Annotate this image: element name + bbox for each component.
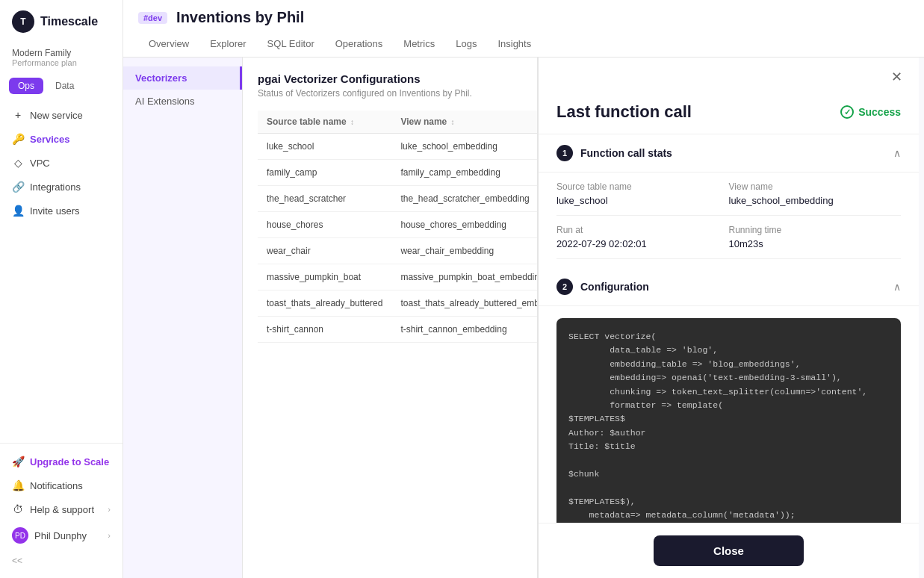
sidebar-new-service-label: New service [30,110,83,121]
section-1-header[interactable]: 1 Function call stats ∧ [539,134,919,173]
vpc-icon: ◇ [12,157,24,169]
sidebar-collapse[interactable]: << [0,550,123,572]
vectorizers-table: Source table name ↕ View name ↕ luk [258,111,537,343]
view-value: luke_school_embedding [729,195,902,206]
section-2-header[interactable]: 2 Configuration ∧ [539,268,919,306]
table-row[interactable]: toast_thats_already_buttered toast_thats… [258,290,537,317]
code-block: SELECT vectorize( data_table => 'blog', … [556,318,901,523]
modal-footer: Close [539,523,919,578]
sidebar-tabs: Ops Data [0,75,123,100]
left-inner: Vectorizers AI Extensions pgai Vectorize… [123,58,537,578]
nav-operations[interactable]: Operations [325,32,394,57]
close-x-button[interactable]: ✕ [886,66,907,87]
section-2-chevron-icon: ∧ [893,281,901,293]
modal-panel: ✕ Last function call ✓ Success 1 Functio… [538,58,919,578]
modal-body: 1 Function call stats ∧ Source table nam… [539,134,919,523]
upgrade-label: Upgrade to Scale [30,456,109,467]
table-cell-source: t-shirt_cannon [258,317,391,343]
sidebar-bottom: 🚀 Upgrade to Scale 🔔 Notifications ⏱ Hel… [0,443,123,578]
nav-logs[interactable]: Logs [445,32,487,57]
section-2-header-left: 2 Configuration [556,279,649,295]
col-source: Source table name ↕ [258,111,391,134]
nav-explorer[interactable]: Explorer [199,32,256,57]
integrations-icon: 🔗 [12,181,24,193]
table-cell-view: family_camp_embedding [391,160,537,186]
table-cell-source: toast_thats_already_buttered [258,290,391,317]
info-cell-running-time: Running time 10m23s [729,216,902,259]
panel-nav-vectorizers[interactable]: Vectorizers [123,66,242,90]
table-row[interactable]: house_chores house_chores_embedding [258,212,537,238]
notifications-label: Notifications [30,480,83,491]
success-check-icon: ✓ [840,105,854,119]
section-1-chevron-icon: ∧ [893,147,901,159]
running-time-label: Running time [729,225,902,235]
rocket-icon: 🚀 [12,456,24,467]
sidebar-item-services[interactable]: 🔑 Services [0,127,123,151]
panel-main: pgai Vectorizer Configurations Status of… [243,58,537,578]
user-avatar-icon: PD [12,527,28,544]
tab-ops[interactable]: Ops [9,78,43,94]
bell-icon: 🔔 [12,479,24,491]
table-row[interactable]: t-shirt_cannon t-shirt_cannon_embedding [258,317,537,343]
table-cell-source: massive_pumpkin_boat [258,264,391,290]
section-2-title: Configuration [580,281,649,293]
sidebar-item-notifications[interactable]: 🔔 Notifications [0,473,123,497]
key-icon: 🔑 [12,133,24,145]
title-bar: #dev Inventions by Phil [138,0,909,32]
sidebar-item-help[interactable]: ⏱ Help & support › [0,497,123,521]
modal-title: Last function call [556,102,692,122]
help-label: Help & support [30,504,94,515]
table-row[interactable]: massive_pumpkin_boat massive_pumpkin_boa… [258,264,537,290]
left-panel: Vectorizers AI Extensions pgai Vectorize… [123,58,538,578]
project-name: Modern Family [12,48,111,58]
table-row[interactable]: wear_chair wear_chair_embedding [258,238,537,264]
source-label: Source table name [556,181,711,192]
panel-nav-ai-extensions[interactable]: AI Extensions [123,90,242,113]
col-view: View name ↕ [391,111,537,134]
table-cell-view: the_head_scratcher_embedding [391,186,537,212]
sidebar-item-invite-users[interactable]: 👤 Invite users [0,199,123,223]
nav-insights[interactable]: Insights [487,32,542,57]
code-section: SELECT vectorize( data_table => 'blog', … [539,306,919,523]
sidebar-item-integrations[interactable]: 🔗 Integrations [0,175,123,199]
table-cell-view: t-shirt_cannon_embedding [391,317,537,343]
nav-sql-editor[interactable]: SQL Editor [257,32,325,57]
section-1-body: Source table name luke_school View name … [539,173,919,259]
running-time-value: 10m23s [729,238,902,249]
table-cell-source: luke_school [258,134,391,160]
table-cell-view: massive_pumpkin_boat_embedding [391,264,537,290]
info-cell-source-label: Source table name luke_school [556,173,729,216]
tab-data[interactable]: Data [46,78,83,94]
modal-status: ✓ Success [840,105,901,119]
sidebar: T Timescale Modern Family Performance pl… [0,0,123,578]
modal-close-bar: ✕ [539,58,919,87]
collapse-icon: << [12,556,22,566]
main-nav: Overview Explorer SQL Editor Operations … [138,32,909,57]
section-1-number: 1 [556,145,573,161]
nav-overview[interactable]: Overview [138,32,199,57]
sort-icon-view: ↕ [451,118,455,126]
page-title: Inventions by Phil [176,9,304,26]
table-row[interactable]: luke_school luke_school_embedding [258,134,537,160]
section-1-header-left: 1 Function call stats [556,145,672,161]
run-at-label: Run at [556,225,711,235]
table-cell-source: wear_chair [258,238,391,264]
nav-metrics[interactable]: Metrics [393,32,445,57]
table-row[interactable]: family_camp family_camp_embedding [258,160,537,186]
panel-section-sub: Status of Vectorizers configured on Inve… [258,88,522,99]
sidebar-item-user[interactable]: PD Phil Dunphy › [0,521,123,550]
table-row[interactable]: the_head_scratcher the_head_scratcher_em… [258,186,537,212]
sidebar-logo: T Timescale [0,0,123,43]
main-header: #dev Inventions by Phil Overview Explore… [123,0,924,58]
sidebar-item-vpc[interactable]: ◇ VPC [0,151,123,175]
panel-section-title: pgai Vectorizer Configurations [258,72,522,85]
user-icon: 👤 [12,205,24,217]
sidebar-item-upgrade[interactable]: 🚀 Upgrade to Scale [0,450,123,473]
user-chevron: › [108,531,111,540]
sidebar-item-new-service[interactable]: + New service [0,103,123,127]
table-cell-view: wear_chair_embedding [391,238,537,264]
help-icon: ⏱ [12,503,24,515]
close-button[interactable]: Close [654,535,804,566]
info-grid: Source table name luke_school View name … [556,173,901,259]
sidebar-vpc-label: VPC [30,158,50,169]
